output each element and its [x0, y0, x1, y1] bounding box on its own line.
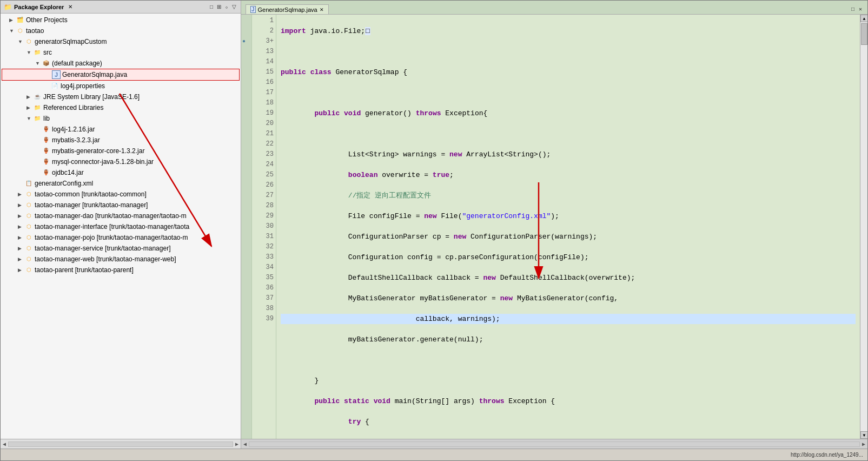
tree-item-jre[interactable]: ▶ ☕ JRE System Library [JavaSE-1.6]: [1, 91, 241, 102]
code-line-21: Configuration config = cp.parseConfigura…: [281, 252, 856, 262]
editor-content: ● 1 2: [241, 15, 867, 439]
scroll-up-button[interactable]: ▲: [860, 15, 867, 22]
tree-item-taotao-common[interactable]: ▶ ⬡ taotao-common [trunk/taotao-common]: [1, 189, 241, 200]
pin-icon[interactable]: ⬦: [224, 3, 229, 10]
folder-icon: 📁: [33, 48, 42, 57]
tab-close-icon[interactable]: ✕: [320, 7, 324, 12]
tree-label: taotao-parent [trunk/taotao-parent]: [35, 265, 134, 275]
code-line-25: myBatisGenerator.generate(null);: [281, 334, 856, 345]
jre-icon: ☕: [33, 93, 42, 101]
tree-label: Other Projects: [26, 15, 68, 25]
tree-item-lib[interactable]: ▼ 📁 lib: [1, 113, 241, 124]
code-line-26: [281, 355, 856, 365]
tree-label: taotao-manager [trunk/taotao-manager]: [35, 200, 148, 210]
maximize-icon[interactable]: ⊞: [216, 3, 222, 10]
code-line-30: GeneratorSqlmap generatorSqlmap = new Ge…: [281, 437, 856, 439]
scroll-bar-track[interactable]: [8, 442, 233, 447]
tree-item-GeneratorSqlmap-java[interactable]: J GeneratorSqlmap.java: [2, 69, 240, 81]
tree-item-taotao-manager-service[interactable]: ▶ ⬡ taotao-manager-service [trunk/taotao…: [1, 243, 241, 254]
tree-item-taotao-parent[interactable]: ▶ ⬡ taotao-parent [trunk/taotao-parent]: [1, 265, 241, 275]
folder-icon: 📁: [33, 103, 42, 112]
tree-item-src[interactable]: ▼ 📁 src: [1, 47, 241, 58]
tree-item-log4j-jar[interactable]: 🏺 log4j-1.2.16.jar: [1, 124, 241, 135]
editor-scroll-left[interactable]: ◀: [243, 441, 247, 447]
lib-icon: 📁: [33, 114, 42, 123]
tree-item-default-package[interactable]: ▼ 📦 (default package): [1, 58, 241, 69]
tree-label: src: [43, 48, 52, 57]
editor-close-icon[interactable]: ✕: [858, 5, 863, 13]
scroll-down-button[interactable]: ▼: [860, 431, 867, 439]
xml-icon: 📋: [24, 179, 33, 188]
tree-item-taotao-manager[interactable]: ▶ ⬡ taotao-manager [trunk/taotao-manager…: [1, 200, 241, 210]
tree-label: log4j-1.2.16.jar: [52, 124, 95, 134]
editor-tab[interactable]: J GeneratorSqlmap.java ✕: [246, 4, 329, 14]
tree-item-mybatis-jar[interactable]: 🏺 mybatis-3.2.3.jar: [1, 135, 241, 146]
jar-icon: 🏺: [42, 125, 50, 134]
tree-item-ojdbc-jar[interactable]: 🏺 ojdbc14.jar: [1, 167, 241, 178]
project-icon: ⬡: [24, 190, 33, 199]
tree-item-mybatis-gen-jar[interactable]: 🏺 mybatis-generator-core-1.3.2.jar: [1, 146, 241, 156]
tree-label: (default package): [52, 58, 102, 68]
left-panel: 📁 Package Explorer ✕ □ ⊞ ⬦ ▽ ▶: [1, 1, 241, 449]
tree-label: mybatis-generator-core-1.3.2.jar: [52, 146, 144, 156]
project-icon: ⬡: [24, 37, 33, 46]
properties-icon: 📄: [50, 82, 59, 90]
tree-item-generatorSqlmapCustom[interactable]: ▼ ⬡ generatorSqlmapCustom: [1, 36, 241, 47]
tree-item-taotao-manager-pojo[interactable]: ▶ ⬡ taotao-manager-pojo [trunk/taotao-ma…: [1, 232, 241, 243]
tree-arrow: ▶: [18, 265, 24, 275]
code-area[interactable]: import java.io.File;□ public class Gener…: [276, 15, 860, 439]
tree-label: mysql-connector-java-5.1.28-bin.jar: [52, 157, 154, 167]
tree-label: taotao-manager-service [trunk/taotao-man…: [35, 243, 170, 253]
code-line-15: [281, 129, 856, 139]
tree-label: taotao-manager-interface [trunk/taotao-m…: [35, 222, 189, 232]
tree-label: ojdbc14.jar: [52, 168, 84, 177]
tree-item-log4j-properties[interactable]: 📄 log4j.properties: [1, 81, 241, 91]
scroll-track[interactable]: [860, 22, 867, 431]
right-scrollbar[interactable]: ▲ ▼: [860, 15, 867, 439]
line-numbers: 1 2 3+ 13 14 15 16 17 18 19 20 21 22 23 …: [252, 15, 276, 439]
tree-item-taotao-manager-web[interactable]: ▶ ⬡ taotao-manager-web [trunk/taotao-man…: [1, 254, 241, 265]
tree-item-taotao-manager-interface[interactable]: ▶ ⬡ taotao-manager-interface [trunk/taot…: [1, 221, 241, 232]
main-container: 📁 Package Explorer ✕ □ ⊞ ⬦ ▽ ▶: [1, 1, 867, 449]
tree-item-generatorConfig-xml[interactable]: 📋 generatorConfig.xml: [1, 178, 241, 189]
tree-item-referenced-libraries[interactable]: ▶ 📁 Referenced Libraries: [1, 102, 241, 113]
editor-minimize-icon[interactable]: □: [850, 6, 856, 13]
code-line-13: [281, 88, 856, 98]
menu-icon[interactable]: ▽: [231, 3, 237, 10]
editor-bottom-scroll[interactable]: ◀ ▶: [241, 439, 867, 449]
tree-item-taotao-manager-dao[interactable]: ▶ ⬡ taotao-manager-dao [trunk/taotao-man…: [1, 210, 241, 221]
left-panel-scrollbar[interactable]: ◀ ▶: [1, 439, 241, 449]
editor-scroll-track[interactable]: [249, 442, 860, 447]
code-line-1: import java.io.File;□: [281, 26, 856, 36]
tree-arrow: ▶: [26, 92, 33, 102]
minimize-icon[interactable]: □: [209, 3, 214, 10]
project-icon: ⬡: [24, 233, 33, 242]
package-explorer-icon: 📁: [4, 3, 12, 11]
tree-arrow: ▼: [9, 26, 16, 36]
project-icon: ⬡: [16, 27, 24, 35]
scroll-thumb[interactable]: [861, 23, 867, 45]
tree-label: taotao-common [trunk/taotao-common]: [35, 189, 147, 199]
tree-label: generatorConfig.xml: [35, 179, 93, 188]
tree-arrow: ▶: [18, 254, 24, 264]
gutter: ●: [241, 15, 252, 439]
project-icon: ⬡: [24, 266, 33, 274]
tree-arrow: ▶: [26, 103, 33, 113]
java-file-icon: J: [250, 6, 256, 13]
tree-item-taotao[interactable]: ▼ ⬡ taotao: [1, 25, 241, 36]
tree-item-mysql-jar[interactable]: 🏺 mysql-connector-java-5.1.28-bin.jar: [1, 156, 241, 167]
project-icon: ⬡: [24, 255, 33, 264]
code-line-3: public class GeneratorSqlmap {: [281, 67, 856, 77]
scroll-right-arrow[interactable]: ▶: [235, 441, 238, 447]
code-line-29: try {: [281, 417, 856, 427]
tree-label: generatorSqlmapCustom: [35, 37, 107, 47]
panel-close-icon[interactable]: ✕: [68, 4, 72, 10]
code-line-18: //指定 逆向工程配置文件: [281, 190, 856, 201]
tree-item-other-projects[interactable]: ▶ 🗂️ Other Projects: [1, 15, 241, 25]
tree-arrow: ▶: [18, 222, 24, 232]
code-line-20: ConfigurationParser cp = new Configurati…: [281, 232, 856, 242]
code-line-17: boolean overwrite = true;: [281, 170, 856, 180]
scroll-left-arrow[interactable]: ◀: [3, 441, 6, 447]
editor-scroll-right[interactable]: ▶: [862, 441, 865, 447]
tree-label: taotao-manager-web [trunk/taotao-manager…: [35, 254, 176, 264]
